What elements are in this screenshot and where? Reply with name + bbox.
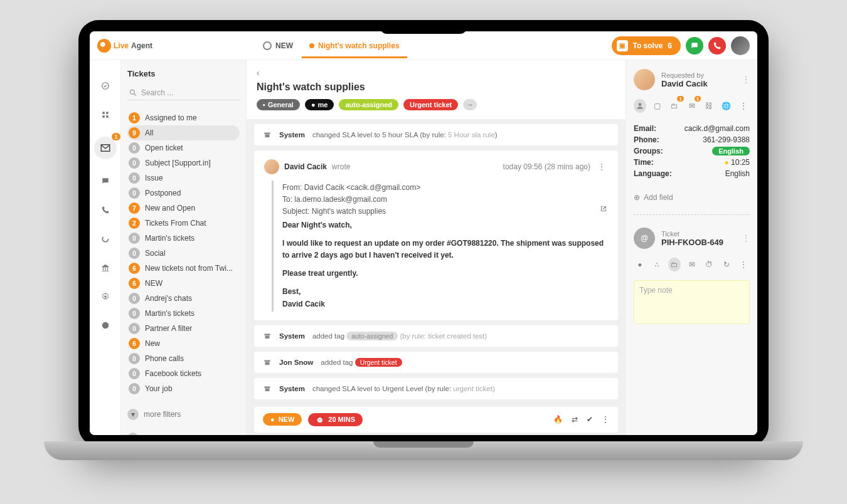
transfer-button[interactable]: ⇄ [572,415,578,424]
ticket-filter-item[interactable]: 0Your job [127,381,240,396]
ticket-filter-item[interactable]: 0Andrej's chats [127,291,240,306]
email-val: cacik.d@gmail.com [685,124,750,133]
ticket-filter-item[interactable]: 0Social [127,246,240,261]
mail-badge: 1 [112,133,120,140]
tab-folder[interactable]: 🗀1 [668,99,681,113]
ticket-filter-item[interactable]: 0Issue [127,171,240,186]
ttab-group[interactable]: ⛬ [651,258,664,271]
tab-more[interactable]: ⋮ [737,99,750,113]
ticket-filter-item[interactable]: 9All [127,125,240,140]
panel-menu[interactable]: ⋮ [742,75,750,84]
ticket-filter-item[interactable]: 2Tickets From Chat [127,216,240,231]
chat-status-button[interactable] [686,37,703,55]
count-badge: 9 [129,127,140,139]
plus-icon: ⊕ [634,193,640,202]
brand-logo[interactable]: LiveAgent [97,39,152,53]
rail-settings[interactable] [99,290,112,303]
tab-globe[interactable]: 🌐 [720,99,733,113]
brand-part2: Agent [131,41,152,50]
tab-label: NEW [275,41,293,50]
event-text: changed SLA level to 5 hour SLA (by rule… [312,131,448,139]
create-filter[interactable]: ＋create [127,433,240,435]
tab-current-ticket[interactable]: Night's watch supplies [307,34,402,58]
message-menu[interactable]: ⋮ [595,162,608,171]
rail-add[interactable] [99,318,112,332]
count-badge: 0 [129,142,140,154]
ticket-filter-item[interactable]: 7New and Open [127,201,240,216]
ttab-more[interactable]: ⋮ [737,258,750,271]
count-badge: 6 [129,263,140,274]
rail-loading[interactable] [99,232,112,246]
ticket-id: PIH-FKOOB-649 [661,238,723,247]
ticket-filter-item[interactable]: 0Martin's tickets [127,306,240,321]
ticket-filter-item[interactable]: 0Partner A filter [127,321,240,336]
chip-label: auto-assigned [345,101,392,108]
tickets-search[interactable]: Search ... [127,86,240,100]
ttab-clock[interactable]: ⏱ [703,258,715,271]
svg-rect-16 [265,388,270,391]
count-badge: 0 [129,368,140,379]
rail-phone[interactable] [99,203,112,217]
back-button[interactable]: ‹ [257,68,615,78]
chip-assignee[interactable]: ●me [305,99,334,110]
note-input[interactable]: Type note [634,280,750,324]
rail-grid[interactable] [99,108,112,122]
ticket-filter-item[interactable]: 0Subject [Support.in] [127,155,240,171]
rail-dashboard[interactable] [99,79,112,93]
ticket-filter-item[interactable]: 0Phone calls [127,351,240,366]
more-filters[interactable]: ▾more filters [127,409,240,420]
ticket-filter-item[interactable]: 0Martin's tickets [127,231,240,246]
ticket-filter-item[interactable]: 0Open ticket [127,140,240,155]
chip-urgent[interactable]: Urgent ticket [403,99,458,110]
greeting: Dear Night's watch, [282,219,608,231]
rail-bank[interactable] [99,261,112,275]
event-actor: System [279,385,305,392]
chip-auto[interactable]: auto-assigned [339,99,398,110]
ticket-filter-item[interactable]: 1Assigned to me [127,110,240,125]
tab-new[interactable]: NEW [260,34,296,58]
status-label: NEW [279,416,295,423]
call-button[interactable] [708,37,726,55]
note-placeholder: Type note [639,286,673,295]
count-badge: 0 [129,383,140,394]
status-sla[interactable]: ⏰20 MINS [308,413,363,426]
popout-button[interactable] [599,204,608,217]
solve-label: To solve [633,41,663,50]
ticket-filter-item[interactable]: 0Postponed [127,186,240,201]
chip-add[interactable]: → [463,99,477,110]
user-avatar[interactable] [731,36,750,55]
chip-label: Urgent ticket [410,101,452,108]
tab-profile[interactable] [634,99,646,113]
ticket-filter-item[interactable]: 6NEW [127,276,240,291]
ttab-history[interactable]: ↻ [720,258,733,271]
add-field-button[interactable]: ⊕Add field [634,193,750,202]
message-time: today 09:56 (28 mins ago) [503,162,590,171]
more-button[interactable]: ⋮ [602,415,609,424]
ttab-user[interactable]: ● [634,258,646,271]
ticket-filter-item[interactable]: 6New tickets not from Twi... [127,261,240,276]
svg-rect-1 [102,112,105,114]
ttab-mail[interactable]: ✉ [686,258,698,271]
chip-department[interactable]: ▪General [257,99,300,110]
to-label: To: [282,195,294,204]
svg-point-5 [102,236,108,241]
tab-mail[interactable]: ✉1 [686,99,698,113]
ticket-filter-item[interactable]: 0Facebook tickets [127,366,240,381]
tab-link[interactable]: ⛓ [703,99,715,113]
status-new[interactable]: ●NEW [263,413,302,426]
resolve-button[interactable]: ✔ [587,415,593,424]
to-solve-button[interactable]: ▣ To solve 6 [612,36,681,55]
flame-button[interactable]: 🔥 [553,415,563,424]
tab-window[interactable]: ▢ [651,99,664,113]
count-badge: 0 [129,187,140,199]
ticket-menu[interactable]: ⋮ [742,234,750,243]
filter-label: Your job [145,384,173,393]
rail-mail[interactable]: 1 [94,137,117,159]
svg-rect-9 [264,133,270,134]
ticket-filter-item[interactable]: 6New [127,336,240,351]
from-label: From: [282,183,304,192]
filter-label: New [145,339,160,348]
ttab-folder[interactable]: 🗀 [668,258,681,271]
rail-chat[interactable] [99,174,112,188]
ticket-info: @ Ticket PIH-FKOOB-649 ⋮ [634,228,750,249]
